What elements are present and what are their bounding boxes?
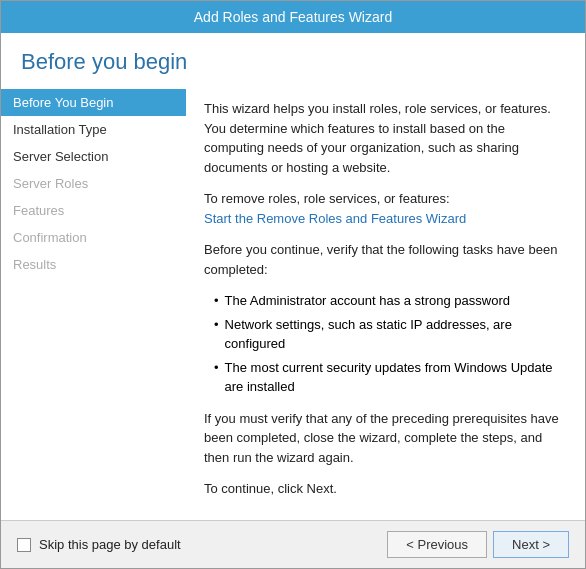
sidebar-item-label: Confirmation	[13, 230, 87, 245]
page-header: Before you begin	[1, 33, 585, 85]
next-button[interactable]: Next >	[493, 531, 569, 558]
sidebar-item-server-roles: Server Roles	[1, 170, 186, 197]
continue-paragraph: To continue, click Next.	[204, 479, 567, 499]
bullet-item-1: The Administrator account has a strong p…	[214, 291, 567, 311]
sidebar-item-label: Before You Begin	[13, 95, 113, 110]
skip-checkbox[interactable]	[17, 538, 31, 552]
remove-wizard-link[interactable]: Start the Remove Roles and Features Wiza…	[204, 211, 466, 226]
sidebar-item-label: Installation Type	[13, 122, 107, 137]
bullet-item-3: The most current security updates from W…	[214, 358, 567, 397]
verify-paragraph: Before you continue, verify that the fol…	[204, 240, 567, 279]
sidebar-item-confirmation: Confirmation	[1, 224, 186, 251]
sidebar-item-before-you-begin[interactable]: Before You Begin	[1, 89, 186, 116]
right-panel: This wizard helps you install roles, rol…	[186, 85, 585, 520]
sidebar: Before You Begin Installation Type Serve…	[1, 85, 186, 520]
bottom-bar: Skip this page by default < Previous Nex…	[1, 520, 585, 568]
sidebar-item-installation-type[interactable]: Installation Type	[1, 116, 186, 143]
remove-heading: To remove roles, role services, or featu…	[204, 189, 567, 228]
sidebar-item-label: Features	[13, 203, 64, 218]
bullet-list: The Administrator account has a strong p…	[214, 291, 567, 397]
skip-area: Skip this page by default	[17, 537, 387, 552]
previous-button[interactable]: < Previous	[387, 531, 487, 558]
button-area: < Previous Next >	[387, 531, 569, 558]
sidebar-item-label: Server Selection	[13, 149, 108, 164]
prereq-paragraph: If you must verify that any of the prece…	[204, 409, 567, 468]
sidebar-item-server-selection[interactable]: Server Selection	[1, 143, 186, 170]
page-header-label: Before you begin	[21, 49, 187, 74]
skip-label: Skip this page by default	[39, 537, 181, 552]
sidebar-item-label: Results	[13, 257, 56, 272]
sidebar-item-features: Features	[1, 197, 186, 224]
bullet-item-2: Network settings, such as static IP addr…	[214, 315, 567, 354]
sidebar-item-results: Results	[1, 251, 186, 278]
title-bar-label: Add Roles and Features Wizard	[194, 9, 392, 25]
title-bar: Add Roles and Features Wizard	[1, 1, 585, 33]
wizard-window: Add Roles and Features Wizard Before you…	[0, 0, 586, 569]
sidebar-item-label: Server Roles	[13, 176, 88, 191]
intro-paragraph: This wizard helps you install roles, rol…	[204, 99, 567, 177]
